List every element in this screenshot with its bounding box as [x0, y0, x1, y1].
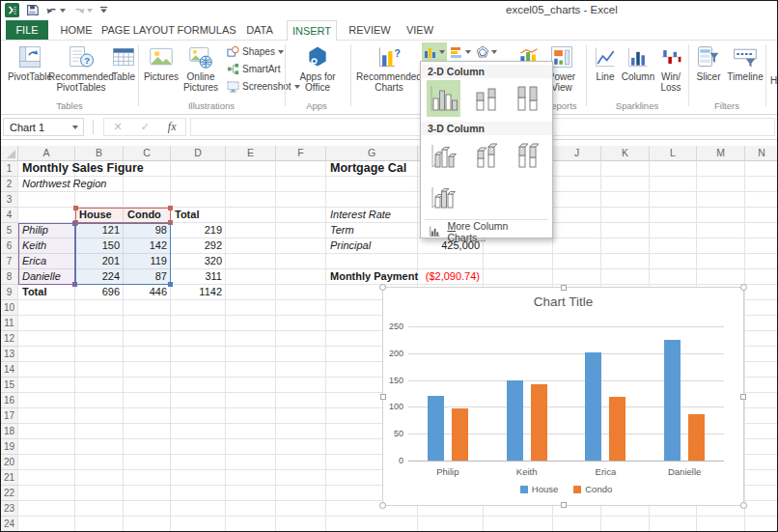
menu-item-100-stacked-column[interactable]: [511, 80, 544, 117]
pictures-button[interactable]: Pictures: [142, 42, 181, 82]
name-box[interactable]: Chart 1: [3, 118, 84, 136]
column-header-K[interactable]: K: [601, 146, 650, 161]
range-handle-tr[interactable]: [168, 206, 173, 210]
cell-A5[interactable]: Philip: [18, 223, 52, 238]
cell-G6[interactable]: Principal: [326, 238, 375, 254]
column-header-C[interactable]: C: [124, 146, 171, 161]
row-header-7[interactable]: 7: [1, 254, 18, 269]
cell-B9[interactable]: 696: [75, 285, 124, 300]
sparkline-column-button[interactable]: Column: [623, 42, 653, 82]
column-header-G[interactable]: G: [326, 146, 418, 161]
chart-resize-handle-right[interactable]: [740, 394, 746, 400]
slicer-button[interactable]: Slicer: [692, 42, 725, 82]
menu-item-3d-stacked-column[interactable]: [468, 137, 502, 174]
row-header-11[interactable]: 11: [1, 316, 18, 331]
online-pictures-button[interactable]: Online Pictures: [181, 42, 221, 93]
column-header-M[interactable]: M: [697, 146, 745, 161]
chart-title[interactable]: Chart Title: [383, 294, 743, 309]
screenshot-button[interactable]: Screenshot: [227, 78, 300, 95]
row-header-8[interactable]: 8: [1, 269, 18, 285]
range-handle-tr[interactable]: [72, 221, 77, 226]
name-box-caret-icon[interactable]: [72, 126, 78, 129]
recommended-pivottables-button[interactable]: ? Recommended PivotTables: [53, 42, 109, 93]
row-header-5[interactable]: 5: [1, 223, 18, 238]
insert-function-icon[interactable]: fx: [168, 120, 177, 134]
chart-legend[interactable]: HouseCondo: [408, 484, 724, 494]
embedded-chart[interactable]: Chart Title 050100150200250PhilipKeithEr…: [382, 287, 744, 506]
tab-file[interactable]: FILE: [6, 20, 48, 40]
cell-C6[interactable]: 142: [124, 238, 171, 254]
cell-A6[interactable]: Keith: [18, 238, 50, 254]
range-handle-tl[interactable]: [73, 206, 78, 210]
cell-G5[interactable]: Term: [326, 223, 358, 238]
bar-house-philip[interactable]: [428, 396, 444, 461]
cell-A1[interactable]: Monthly Sales Figure: [18, 161, 148, 177]
tab-insert[interactable]: INSERT: [287, 20, 337, 41]
enter-icon[interactable]: ✓: [141, 121, 150, 133]
legend-item-condo[interactable]: Condo: [573, 484, 612, 494]
column-header-D[interactable]: D: [171, 146, 226, 161]
cell-C8[interactable]: 87: [124, 269, 171, 285]
table-button[interactable]: Table: [109, 42, 138, 82]
save-button[interactable]: [26, 4, 39, 16]
column-header-N[interactable]: N: [745, 146, 777, 161]
cell-H8[interactable]: ($2,090.74): [418, 269, 484, 285]
customize-qat-button[interactable]: [99, 6, 108, 14]
range-handle-br[interactable]: [168, 282, 173, 287]
column-header-J[interactable]: J: [553, 146, 601, 161]
cell-A2[interactable]: Northwest Region: [18, 177, 110, 192]
bar-house-erica[interactable]: [585, 352, 601, 461]
row-header-20[interactable]: 20: [1, 455, 18, 470]
bar-condo-danielle[interactable]: [688, 414, 705, 461]
cell-C9[interactable]: 446: [124, 285, 171, 300]
cancel-icon[interactable]: ✕: [113, 121, 122, 133]
row-header-1[interactable]: 1: [1, 161, 18, 177]
insert-column-chart-button[interactable]: [422, 42, 447, 62]
column-header-A[interactable]: A: [18, 146, 75, 161]
undo-button[interactable]: [45, 5, 66, 16]
cell-D7[interactable]: 320: [171, 254, 226, 269]
row-header-15[interactable]: 15: [1, 378, 18, 393]
column-header-F[interactable]: F: [276, 146, 326, 161]
cell-A8[interactable]: Danielle: [18, 269, 65, 285]
pivottable-button[interactable]: PivotTable: [7, 42, 53, 82]
chart-resize-handle-tl[interactable]: [379, 284, 386, 291]
bar-house-danielle[interactable]: [664, 340, 681, 461]
bar-condo-erica[interactable]: [609, 397, 625, 461]
menu-item-clustered-column[interactable]: [427, 80, 460, 117]
chart-resize-handle-bottom[interactable]: [561, 502, 567, 508]
select-all-corner[interactable]: [1, 146, 18, 161]
smartart-button[interactable]: SmartArt: [227, 61, 280, 77]
tab-formulas[interactable]: FORMULAS: [176, 20, 237, 40]
cell-D4[interactable]: Total: [171, 208, 203, 223]
chart-resize-handle-left[interactable]: [380, 394, 386, 400]
row-header-2[interactable]: 2: [1, 177, 18, 192]
menu-item-more-column-charts[interactable]: More Column Charts...: [421, 223, 552, 239]
cell-A9[interactable]: Total: [18, 285, 50, 300]
row-header-12[interactable]: 12: [1, 331, 18, 347]
bar-condo-philip[interactable]: [452, 408, 468, 461]
cell-B8[interactable]: 224: [75, 269, 124, 285]
timeline-button[interactable]: Timeline: [727, 42, 764, 82]
chart-resize-handle-bl[interactable]: [379, 502, 386, 509]
cell-C7[interactable]: 119: [124, 254, 171, 269]
tab-home[interactable]: HOME: [52, 20, 100, 40]
sparkline-line-button[interactable]: Line: [590, 42, 621, 82]
insert-radar-chart-button[interactable]: [474, 42, 499, 62]
bar-condo-keith[interactable]: [531, 384, 547, 461]
row-header-4[interactable]: 4: [1, 208, 18, 223]
formula-bar-splitter[interactable]: [93, 120, 94, 134]
cell-G4[interactable]: Interest Rate: [326, 208, 395, 223]
chart-resize-handle-br[interactable]: [740, 502, 747, 509]
menu-item-3d-column[interactable]: [427, 178, 461, 214]
cell-D9[interactable]: 1142: [171, 285, 226, 300]
tab-page-layout[interactable]: PAGE LAYOUT: [100, 20, 176, 40]
cell-B7[interactable]: 201: [75, 254, 124, 269]
row-header-18[interactable]: 18: [1, 424, 18, 439]
recommended-charts-button[interactable]: ? Recommended Charts: [354, 42, 424, 93]
row-header-9[interactable]: 9: [1, 285, 18, 300]
row-header-17[interactable]: 17: [1, 408, 18, 424]
row-header-19[interactable]: 19: [1, 439, 18, 455]
cell-G1[interactable]: Mortgage Cal: [326, 161, 410, 177]
legend-item-house[interactable]: House: [520, 484, 558, 494]
